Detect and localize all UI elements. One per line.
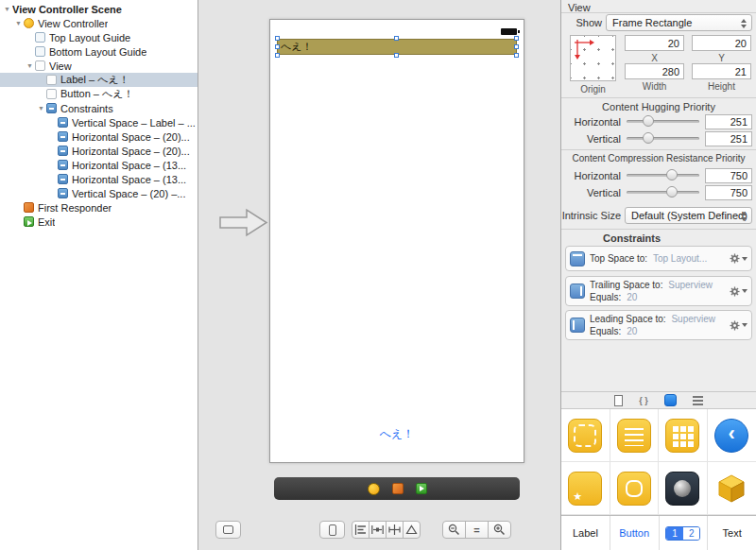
- constraint-gear-button[interactable]: [723, 253, 747, 264]
- stack-button[interactable]: [369, 521, 387, 539]
- outline-item-label: Horizontal Space – (13...: [72, 160, 186, 171]
- library-name-label[interactable]: Label: [561, 516, 610, 550]
- gear-icon: [730, 253, 740, 264]
- library-name-button[interactable]: Button: [610, 516, 660, 550]
- disclosure-triangle-icon[interactable]: ▼: [2, 2, 12, 16]
- resize-handle[interactable]: [394, 53, 399, 58]
- outline-item-exit[interactable]: Exit: [0, 215, 198, 229]
- outline-item-view-controller[interactable]: ▼ View Controller: [0, 16, 198, 30]
- media-library-icon[interactable]: [693, 396, 703, 405]
- library-name-text[interactable]: Text: [708, 516, 756, 550]
- resize-handle[interactable]: [275, 44, 280, 49]
- view-object-icon: [568, 419, 602, 453]
- constraint-row-leading-space[interactable]: Leading Space to: Superview Equals: 20: [565, 310, 752, 340]
- library-item-rounded-view[interactable]: [610, 462, 660, 515]
- intrinsic-size-dropdown[interactable]: Default (System Defined): [625, 207, 752, 224]
- resize-handle[interactable]: [514, 44, 519, 49]
- library-item-collection[interactable]: [659, 409, 708, 462]
- outline-item-top-layout-guide[interactable]: Top Layout Guide: [0, 30, 198, 44]
- editor-canvas[interactable]: へえ！ へえ！: [198, 0, 560, 550]
- outline-item-constraints[interactable]: ▼ Constraints: [0, 101, 198, 115]
- outline-item-constraint[interactable]: Vertical Space – Label – ...: [0, 115, 198, 129]
- zoom-out-button[interactable]: [442, 521, 466, 539]
- hugging-title: Content Hugging Priority: [561, 101, 756, 112]
- pin-button[interactable]: [386, 521, 404, 539]
- zoom-reset-button[interactable]: =: [465, 521, 489, 539]
- disclosure-triangle-icon[interactable]: ▼: [13, 16, 24, 30]
- slider-knob[interactable]: [666, 169, 678, 180]
- outline-item-label: Exit: [38, 216, 55, 228]
- align-icon: [354, 524, 367, 535]
- slider-knob[interactable]: [666, 186, 678, 198]
- outline-item-label: Horizontal Space – (20)...: [72, 146, 190, 157]
- dock-view-controller-icon[interactable]: [368, 483, 380, 495]
- constraint-row-trailing-space[interactable]: Trailing Space to: Superview Equals: 20: [565, 276, 752, 306]
- constraint-gear-button[interactable]: [723, 286, 747, 297]
- show-dropdown[interactable]: Frame Rectangle: [606, 14, 752, 31]
- outline-item-bottom-layout-guide[interactable]: Bottom Layout Guide: [0, 44, 198, 59]
- dropdown-arrows-icon: [741, 212, 747, 221]
- slider-knob[interactable]: [643, 132, 654, 144]
- compression-vertical-field[interactable]: [705, 185, 752, 200]
- constraint-gear-button[interactable]: [723, 320, 747, 331]
- resolve-issues-button[interactable]: [403, 521, 421, 539]
- file-template-library-icon[interactable]: [614, 395, 623, 406]
- exit-icon: [24, 216, 34, 227]
- library-item-view[interactable]: [561, 409, 610, 462]
- dock-first-responder-icon[interactable]: [392, 483, 404, 494]
- outline-item-constraint[interactable]: Horizontal Space – (13...: [0, 158, 198, 172]
- library-item-sphere[interactable]: [659, 462, 708, 515]
- hugging-horizontal-field[interactable]: [705, 114, 752, 129]
- library-segmented-preview[interactable]: 1 2: [660, 516, 709, 550]
- library-item-label[interactable]: [610, 409, 660, 462]
- y-field[interactable]: [692, 35, 751, 51]
- disclosure-triangle-icon[interactable]: ▼: [36, 101, 46, 115]
- resize-handle[interactable]: [394, 36, 399, 41]
- hugging-vertical-slider[interactable]: [627, 131, 699, 145]
- resize-handle[interactable]: [275, 53, 280, 58]
- hugging-vertical-field[interactable]: [705, 131, 752, 146]
- selected-label[interactable]: へえ！: [277, 39, 517, 55]
- outline-item-label-heee[interactable]: Label – へえ！: [0, 73, 198, 87]
- outline-item-constraint[interactable]: Horizontal Space – (20)...: [0, 129, 198, 144]
- object-library-icon[interactable]: [664, 394, 677, 406]
- library-item-cube[interactable]: [708, 462, 756, 515]
- outline-item-view[interactable]: ▼ View: [0, 59, 198, 73]
- dock-exit-icon[interactable]: [416, 483, 427, 494]
- constraint-row-top-space[interactable]: Top Space to: Top Layout...: [565, 246, 752, 271]
- size-inspector: View Show Frame Rectangle Origin X Y Wid…: [560, 0, 756, 550]
- zoom-in-button[interactable]: [488, 521, 511, 539]
- outline-item-constraint[interactable]: Horizontal Space – (20)...: [0, 144, 198, 158]
- canvas-button[interactable]: へえ！: [270, 426, 524, 442]
- hugging-horizontal-slider[interactable]: [627, 114, 699, 128]
- outline-item-first-responder[interactable]: First Responder: [0, 200, 198, 215]
- slider-knob[interactable]: [643, 115, 654, 127]
- outline-toggle-button[interactable]: [215, 521, 241, 539]
- library-item-favorites[interactable]: [561, 462, 610, 515]
- outline-scene-header[interactable]: ▼ View Controller Scene: [0, 2, 198, 16]
- width-field[interactable]: [625, 63, 684, 79]
- dropdown-arrows-icon: [741, 19, 747, 28]
- device-button[interactable]: [319, 521, 345, 539]
- library-item-navigation[interactable]: ‹: [708, 409, 756, 462]
- resize-handle[interactable]: [275, 36, 280, 41]
- separator: [561, 149, 756, 150]
- outline-item-constraint[interactable]: Horizontal Space – (13...: [0, 172, 198, 186]
- constraints-title: Constraints: [603, 232, 661, 244]
- x-field[interactable]: [625, 35, 684, 51]
- origin-selector[interactable]: [570, 35, 616, 81]
- resize-handle[interactable]: [514, 53, 519, 58]
- compression-horizontal-field[interactable]: [705, 168, 752, 183]
- height-field[interactable]: [692, 63, 751, 79]
- compression-vertical-slider[interactable]: [627, 185, 699, 198]
- initial-view-controller-arrow: [219, 208, 268, 237]
- resize-handle[interactable]: [514, 36, 519, 41]
- align-button[interactable]: [352, 521, 369, 539]
- outline-item-constraint[interactable]: Vertical Space – (20) –...: [0, 186, 198, 200]
- outline-item-button-heee[interactable]: Button – へえ！: [0, 87, 198, 101]
- view-controller-canvas[interactable]: へえ！ へえ！: [269, 19, 524, 463]
- compression-horizontal-slider[interactable]: [627, 168, 699, 181]
- code-snippet-library-icon[interactable]: { }: [639, 396, 648, 405]
- pin-icon: [388, 524, 401, 535]
- disclosure-triangle-icon[interactable]: ▼: [25, 59, 35, 73]
